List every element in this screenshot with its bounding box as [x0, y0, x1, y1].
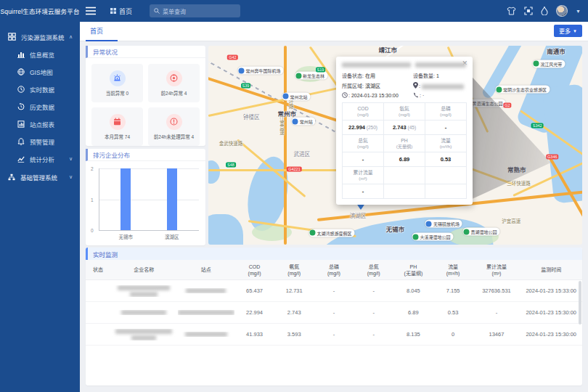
- search-placeholder: 菜单查询: [163, 7, 186, 15]
- main-content: 异常状况 当前异常 0前24h异常 4本月异常 74前24h未处理异常 4 排污…: [80, 41, 588, 392]
- sidebar-item-label: 历史数据: [30, 102, 54, 111]
- company-name-redacted: [110, 310, 177, 315]
- column-header-状态: 状态: [86, 266, 110, 273]
- cell-time: 2024-01-23 15:33:00: [520, 287, 582, 294]
- search-input[interactable]: 菜单查询: [150, 4, 240, 17]
- fullscreen-icon[interactable]: [524, 7, 533, 15]
- chart-gridline: [99, 200, 199, 200]
- abnormal-cards: 当前异常 0前24h异常 4本月异常 74前24h未处理异常 4: [86, 58, 205, 152]
- map-poi-常州奔牛国际机场[interactable]: 常州奔牛国际机场: [238, 67, 284, 75]
- abnormal-card[interactable]: 前24h异常 4: [148, 64, 200, 102]
- road: [284, 46, 287, 245]
- sidebar-item-信息概览[interactable]: 信息概览: [0, 46, 80, 63]
- column-header-企业名称: 企业名称: [110, 266, 177, 273]
- cell-ph: 8.045: [393, 287, 433, 294]
- sidebar-item-统计分析[interactable]: 统计分析∨: [0, 150, 80, 168]
- chevron-down-icon: ▼: [573, 29, 577, 33]
- poi-blue-icon: [293, 118, 298, 124]
- map-poi-无锡硕放机场[interactable]: 无锡硕放机场: [425, 220, 462, 228]
- table-row[interactable]: 41.9333.593--8.1350134672024-01-23 15:30…: [86, 324, 582, 346]
- grid-icon: [110, 8, 116, 14]
- abnormal-card[interactable]: 本月异常 74: [91, 107, 143, 146]
- cell-ph: 6.89: [393, 309, 433, 316]
- device-time: : 2024-01-23 15:30:00: [342, 92, 413, 98]
- sidebar-item-实时数据[interactable]: 实时数据: [0, 81, 80, 98]
- map-poi-常州站[interactable]: 常州站: [292, 118, 316, 126]
- road-shield-G42: G42: [227, 55, 237, 60]
- sidebar-menu: 污染源监测系统∧信息概览GIS地图实时数据历史数据站点报表预警管理统计分析∨基础…: [0, 22, 80, 392]
- map-poi-滨江风光带[interactable]: 滨江风光带: [532, 60, 565, 68]
- sidebar-item-label: 实时数据: [30, 85, 54, 94]
- cell-total_flow: 327636.531: [473, 287, 520, 294]
- sidebar-group-污染源监测系统[interactable]: 污染源监测系统∧: [0, 28, 80, 46]
- chart-gridline: [99, 168, 199, 169]
- redacted-text: [130, 292, 158, 297]
- map-poi-大溪港湿地公园[interactable]: 大溪港湿地公园: [412, 233, 453, 241]
- map-label-南通市: 南通市: [547, 46, 565, 55]
- bar-chart-icon: [17, 51, 25, 58]
- breadcrumb-home[interactable]: 首页: [110, 7, 132, 16]
- popup-empty-cell: [425, 184, 467, 199]
- sidebar-item-GIS地图[interactable]: GIS地图: [0, 63, 80, 81]
- sidebar-group-基础管理系统[interactable]: 基础管理系统∨: [0, 168, 80, 186]
- sidebar-item-历史数据[interactable]: 历史数据: [0, 98, 80, 115]
- chart-bar-滨湖区[interactable]: [167, 168, 177, 230]
- road: [208, 87, 340, 117]
- sidebar-item-预警管理[interactable]: 预警管理: [0, 133, 80, 150]
- device-info-popup: ✕ 设备状态: 在用 设备数量: 1 所属区域: 滨湖区 : : 2024-01…: [336, 57, 473, 205]
- monitor-grid-icon: [8, 33, 16, 41]
- tab-home[interactable]: 首页: [90, 26, 103, 36]
- gis-map[interactable]: 靖江市南通市张家港市常州市常熟市无锡市钟楼区武进区滨湖区金武快速路外环路江宜高速…: [208, 46, 582, 245]
- flame-icon[interactable]: [541, 7, 548, 15]
- map-label-江宜高速: 江宜高速: [277, 116, 285, 135]
- table-scrollbar[interactable]: [579, 281, 581, 324]
- theme-skin-icon[interactable]: [507, 7, 516, 15]
- road: [208, 169, 354, 171]
- poi-green-icon: [533, 61, 539, 67]
- topbar-actions: ▼: [507, 5, 581, 17]
- map-label-钟楼区: 钟楼区: [243, 113, 260, 121]
- redacted-text: [415, 62, 466, 68]
- road-shield-S39: S39: [241, 83, 251, 88]
- redacted-text: [131, 335, 156, 340]
- map-poi-新龙生态林[interactable]: 新龙生态林: [295, 72, 327, 80]
- left-column: 异常状况 当前异常 0前24h异常 4本月异常 74前24h未处理异常 4 排污…: [86, 46, 205, 245]
- popup-empty-cell: [384, 167, 425, 184]
- user-avatar[interactable]: [556, 5, 568, 17]
- popup-empty-cell: [425, 167, 467, 184]
- yangtze-river: [542, 83, 582, 203]
- map-poi-常阴沙生态农业旅游区[interactable]: 常阴沙生态农业旅游区: [495, 86, 550, 94]
- more-button[interactable]: 更多▼: [554, 25, 582, 37]
- abnormal-card[interactable]: 当前异常 0: [91, 64, 143, 102]
- table-row[interactable]: 65.43712.731--8.0457.155327636.5312024-0…: [86, 280, 582, 302]
- chevron-down-icon[interactable]: ▼: [576, 9, 581, 14]
- road-shield-S342: S342: [531, 123, 544, 128]
- map-poi-常州北站[interactable]: 常州北站: [282, 92, 311, 100]
- alert-icon: [17, 138, 25, 145]
- sidebar-item-站点报表[interactable]: 站点报表: [0, 115, 80, 133]
- chart-xtick: 滨湖区: [165, 233, 179, 240]
- history-icon: [17, 103, 25, 110]
- small-lake: [208, 160, 220, 184]
- popup-metric-name-流量: 流量(m³/h): [425, 135, 467, 152]
- chevron-up-icon: ∧: [69, 34, 73, 40]
- column-header-监测时间: 监测时间: [520, 266, 582, 273]
- poi-blue-icon: [426, 221, 432, 226]
- map-poi-太湖湾旅游度假区[interactable]: 太湖湾旅游度假区: [309, 229, 354, 237]
- poi-green-icon: [295, 73, 301, 78]
- popup-metrics-table: COD(mg/l)氨氮(mg/l)总磷(mg/l)22.994 (250)2.7…: [342, 102, 467, 199]
- lake-corner: [208, 214, 243, 245]
- abnormal-card[interactable]: 前24h未处理异常 4: [148, 107, 200, 146]
- hamburger-menu-icon[interactable]: [86, 7, 96, 15]
- chart-bar-无锡市[interactable]: [121, 168, 131, 230]
- map-poi-贡湖湿地公园[interactable]: 贡湖湿地公园: [462, 228, 499, 236]
- table-row[interactable]: 22.9942.743--6.890.53-2024-01-23 15:30:0…: [86, 302, 582, 324]
- cell-tn: -: [354, 331, 393, 338]
- device-phone: : ·: [413, 92, 467, 98]
- breadcrumb-label: 首页: [119, 7, 132, 16]
- sidebar-group-label: 污染源监测系统: [21, 33, 65, 41]
- cell-flow: 7.155: [433, 287, 473, 294]
- realtime-monitor-panel: 实时监测 状态企业名称站点COD(mg/l)氨氮(mg/l)总磷(mg/l)总氮…: [86, 248, 582, 385]
- globe-icon: [17, 68, 25, 75]
- chart-ytick: 0: [91, 228, 94, 233]
